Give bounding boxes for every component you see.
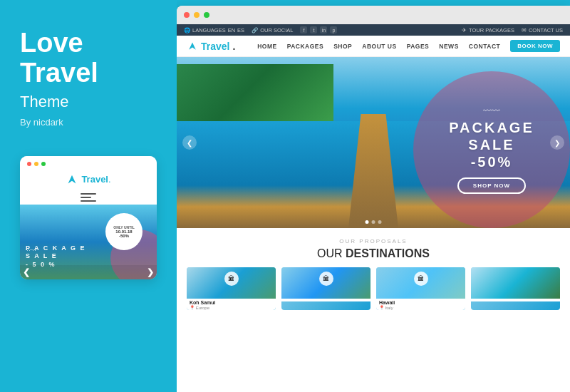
site-navbar: Travel . HOME PACKAGES SHOP ABOUT US PAG… xyxy=(177,36,570,57)
linkedin-icon[interactable]: in xyxy=(320,26,327,33)
browser-dot-red xyxy=(184,12,190,18)
nav-link-contact[interactable]: CONTACT xyxy=(469,43,500,50)
hero-title-line3: -50% xyxy=(449,153,534,170)
site-topbar: 🌐 LANGUAGES EN ES 🔗 OUR SOCIAL f t in p … xyxy=(177,24,570,36)
dest-card-1[interactable]: 🏛 Koh Samui 📍 Europe FROM 700 $ xyxy=(187,267,276,310)
mobile-top-bar: Travel . xyxy=(20,156,157,205)
section-label: OUR PROPOSALS xyxy=(187,238,560,244)
pinterest-icon[interactable]: p xyxy=(330,26,337,33)
mobile-logo-dot: . xyxy=(108,174,111,185)
mobile-logo-text: Travel xyxy=(81,174,108,185)
mobile-dot-yellow xyxy=(34,162,38,166)
hero-promo-circle: 〰〰 PACKAGE SALE -50% ShOp Now xyxy=(413,71,570,228)
section-title-bold: DESTINATIONS xyxy=(346,247,430,259)
nav-link-about[interactable]: ABOUT US xyxy=(362,43,396,50)
topbar-tour-packages[interactable]: ✈ TOUR PACKAGES xyxy=(462,27,514,33)
mobile-sale-line2: S A L E xyxy=(26,252,86,261)
topbar-contact[interactable]: ✉ CONTACT US xyxy=(522,27,563,33)
site-logo-dot: . xyxy=(232,41,235,52)
dest-card-3-location: 📍 Italy xyxy=(379,305,462,310)
hero-title-line2: SALE xyxy=(449,136,534,153)
mobile-hero: ONLY UNTIL 10.01.18 -50% 〰〰 P A C K A G … xyxy=(20,205,157,279)
site-logo-text: Travel xyxy=(201,41,229,52)
hero-sale-title: PACKAGE SALE -50% xyxy=(449,119,534,170)
site-topbar-right: ✈ TOUR PACKAGES ✉ CONTACT US xyxy=(462,27,563,33)
mobile-hero-badge: ONLY UNTIL 10.01.18 -50% xyxy=(105,213,142,250)
site-logo-icon xyxy=(187,41,198,52)
destinations-section: OUR PROPOSALS OUR DESTINATIONS 🏛 Koh Sam… xyxy=(177,228,570,310)
left-title: Love Travel xyxy=(20,29,157,88)
hero-dot-3[interactable] xyxy=(378,220,382,224)
dest-card-3-icon: 🏛 xyxy=(414,272,428,286)
browser-window: 🌐 LANGUAGES EN ES 🔗 OUR SOCIAL f t in p … xyxy=(177,6,570,392)
dest-card-1-name: Koh Samui xyxy=(190,300,273,305)
dest-card-3[interactable]: 🏛 Hawaii 📍 Italy FROM 730 $ xyxy=(376,267,465,310)
left-panel: Love Travel Theme By nicdark Travel . xyxy=(0,0,177,392)
topbar-languages[interactable]: 🌐 LANGUAGES EN ES xyxy=(184,27,244,33)
dest-card-4-image xyxy=(471,267,560,299)
nav-link-home[interactable]: HOME xyxy=(257,43,277,50)
mobile-arrows: ❮ ❯ xyxy=(20,265,157,279)
browser-dot-yellow xyxy=(194,12,200,18)
twitter-icon[interactable]: t xyxy=(310,26,317,33)
dest-card-3-info: Hawaii 📍 Italy FROM 730 $ xyxy=(376,299,465,310)
dest-card-1-icon: 🏛 xyxy=(224,272,239,286)
mobile-dot-green xyxy=(41,162,46,166)
nav-link-news[interactable]: NEWS xyxy=(439,43,459,50)
hero-slide-dots xyxy=(366,220,382,224)
site-topbar-left: 🌐 LANGUAGES EN ES 🔗 OUR SOCIAL f t in p xyxy=(184,26,337,33)
facebook-icon[interactable]: f xyxy=(300,26,307,33)
hero-promo-content: 〰〰 PACKAGE SALE -50% ShOp Now xyxy=(449,106,534,194)
dest-card-1-image: 🏛 xyxy=(187,267,276,299)
site-nav-links: HOME PACKAGES SHOP ABOUT US PAGES NEWS C… xyxy=(257,40,560,52)
hero-prev-button[interactable]: ❮ xyxy=(182,135,197,150)
browser-chrome xyxy=(177,6,570,24)
hero-dot-2[interactable] xyxy=(372,220,375,224)
hero-wave-icon: 〰〰 xyxy=(449,106,534,116)
topbar-social: 🔗 OUR SOCIAL xyxy=(252,27,293,33)
nav-book-now-button[interactable]: BOOK NOW xyxy=(510,40,560,52)
section-title: OUR DESTINATIONS xyxy=(187,247,560,260)
mobile-logo-icon xyxy=(66,173,78,186)
dest-card-1-info: Koh Samui 📍 Europe FROM 700 $ xyxy=(187,299,276,310)
dest-card-1-location: 📍 Europe xyxy=(190,305,273,310)
hero-shop-now-button[interactable]: ShOp Now xyxy=(457,177,526,194)
mobile-next-arrow[interactable]: ❯ xyxy=(147,267,154,277)
mobile-logo-row: Travel . xyxy=(27,170,150,189)
website-content: 🌐 LANGUAGES EN ES 🔗 OUR SOCIAL f t in p … xyxy=(177,24,570,392)
mobile-dot-red xyxy=(27,162,31,166)
mobile-sale-line1: P A C K A G E xyxy=(26,244,86,253)
social-icons: f t in p xyxy=(300,26,337,33)
browser-dot-green xyxy=(204,12,209,18)
dest-card-4[interactable] xyxy=(471,267,560,310)
svg-marker-0 xyxy=(68,175,76,183)
hero-next-button[interactable]: ❯ xyxy=(550,135,564,150)
left-author: By nicdark xyxy=(20,117,63,128)
dest-card-3-image: 🏛 xyxy=(376,267,465,299)
dest-card-2-image: 🏛 xyxy=(281,267,370,299)
dest-card-2[interactable]: 🏛 xyxy=(281,267,370,310)
nav-link-pages[interactable]: PAGES xyxy=(407,43,430,50)
dest-card-2-info xyxy=(281,299,370,301)
mobile-mockup: Travel . ONLY UNTIL 10.01.18 -50% 〰〰 P A… xyxy=(20,156,157,279)
left-subtitle: Theme xyxy=(20,93,68,111)
hero-dot-1[interactable] xyxy=(366,220,369,224)
svg-marker-1 xyxy=(189,42,196,49)
mobile-hamburger-icon[interactable] xyxy=(81,193,96,202)
mobile-badge-percent: -50% xyxy=(119,234,129,238)
section-title-text: OUR xyxy=(317,247,346,259)
nav-link-shop[interactable]: SHOP xyxy=(333,43,352,50)
site-hero: 〰〰 PACKAGE SALE -50% ShOp Now ❮ ❯ xyxy=(177,57,570,228)
hero-title-line1: PACKAGE xyxy=(449,119,534,136)
dest-card-2-icon: 🏛 xyxy=(319,272,333,286)
dest-card-3-name: Hawaii xyxy=(379,300,462,305)
destinations-grid: 🏛 Koh Samui 📍 Europe FROM 700 $ 🏛 xyxy=(187,267,560,310)
mobile-prev-arrow[interactable]: ❮ xyxy=(23,267,30,277)
dest-card-4-info xyxy=(471,299,560,301)
mobile-window-dots xyxy=(27,162,46,166)
site-logo[interactable]: Travel . xyxy=(187,41,235,52)
nav-link-packages[interactable]: PACKAGES xyxy=(287,43,324,50)
